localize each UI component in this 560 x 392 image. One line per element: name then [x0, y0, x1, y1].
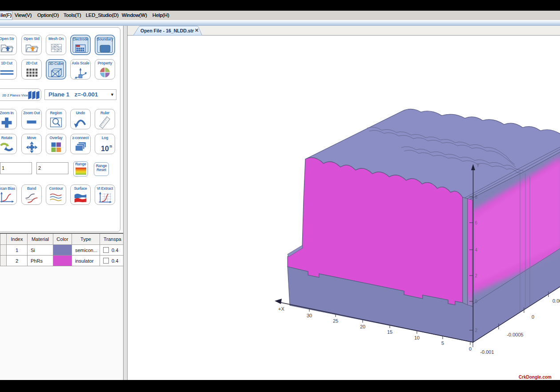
svg-text:4: 4 [475, 248, 478, 252]
svg-text:n: n [109, 144, 112, 148]
svg-text:-0.0005: -0.0005 [507, 332, 523, 337]
svg-text:0: 0 [469, 346, 472, 352]
svg-text:+X: +X [278, 306, 284, 312]
svg-text:6: 6 [475, 220, 478, 225]
svg-text:0: 0 [475, 299, 478, 304]
svg-text:0.0005: 0.0005 [552, 298, 560, 304]
svg-text:25: 25 [333, 318, 338, 324]
svg-text:2: 2 [475, 328, 478, 333]
svg-text:20: 20 [360, 324, 365, 329]
svg-text:Y: Y [476, 163, 480, 168]
svg-text:10: 10 [101, 144, 109, 152]
svg-text:30: 30 [307, 313, 312, 318]
svg-text:0: 0 [532, 314, 534, 320]
svg-text:-0.001: -0.001 [480, 349, 494, 355]
svg-text:15: 15 [387, 329, 392, 335]
svg-text:8: 8 [475, 195, 478, 200]
svg-text:CrkDongle.com: CrkDongle.com [519, 375, 552, 380]
svg-text:2: 2 [475, 273, 478, 278]
svg-text:5: 5 [441, 340, 444, 346]
svg-text:10: 10 [414, 335, 420, 340]
